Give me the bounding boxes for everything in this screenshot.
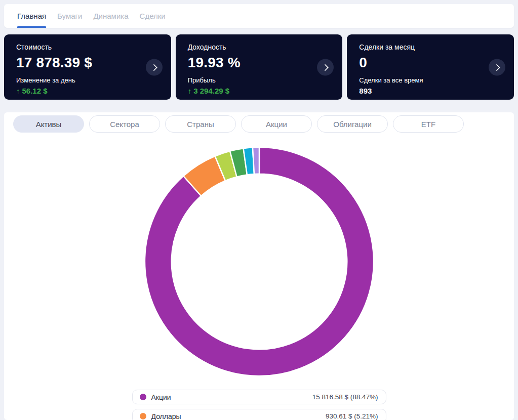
pill-etf[interactable]: ETF <box>393 115 464 133</box>
tab-label: Бумаги <box>57 12 82 20</box>
tab-label: Сделки <box>140 12 166 20</box>
top-navigation: Главная Бумаги Динамика Сделки <box>4 4 514 28</box>
legend-value: 930.61 $ (5.21%) <box>326 412 378 420</box>
card-deals: Сделки за месяц 0 Сделки за все время 89… <box>347 34 514 100</box>
card-value: Стоимость 17 878.39 $ Изменение за день … <box>4 34 171 100</box>
legend-label: Доллары <box>151 412 181 420</box>
legend-label: Акции <box>151 393 171 401</box>
legend-value: 15 816.58 $ (88.47%) <box>312 393 378 401</box>
arrow-up-icon: ↑ <box>188 87 192 95</box>
arrow-up-icon: ↑ <box>16 87 20 95</box>
tab-glavnaya[interactable]: Главная <box>17 4 46 28</box>
tab-label: Динамика <box>93 12 128 20</box>
tab-dinamika[interactable]: Динамика <box>93 4 128 28</box>
card-sub-value-text: 3 294.29 $ <box>193 87 229 95</box>
card-sub-value: 893 <box>359 87 503 95</box>
card-details-button[interactable] <box>489 59 505 75</box>
pill-obligacii[interactable]: Облигации <box>317 115 388 133</box>
tab-bumagi[interactable]: Бумаги <box>57 4 82 28</box>
allocation-panel: Активы Сектора Страны Акции Облигации ET… <box>4 112 514 420</box>
card-sub-value: ↑3 294.29 $ <box>188 87 332 95</box>
pill-sektora[interactable]: Сектора <box>89 115 160 133</box>
card-title: Стоимость <box>16 43 160 51</box>
card-main-value: 19.93 % <box>188 55 332 71</box>
card-sub-value: ↑56.12 $ <box>16 87 160 95</box>
card-details-button[interactable] <box>146 59 163 75</box>
donut-segment-Акции[interactable] <box>144 147 373 376</box>
metric-cards-row: Стоимость 17 878.39 $ Изменение за день … <box>4 34 514 100</box>
card-main-value: 0 <box>359 55 503 71</box>
card-sub-label: Сделки за все время <box>359 76 503 84</box>
chart-legend: Акции 15 816.58 $ (88.47%) Доллары 930.6… <box>4 390 514 420</box>
card-details-button[interactable] <box>317 59 334 75</box>
active-tab-underline <box>17 26 46 28</box>
card-sub-label: Изменение за день <box>16 76 160 84</box>
card-title: Доходность <box>188 43 332 51</box>
donut-chart <box>143 146 375 377</box>
legend-row-dollary[interactable]: Доллары 930.61 $ (5.21%) <box>132 409 386 420</box>
portfolio-dashboard: { "nav": { "tabs": [ { "label": "Главная… <box>0 0 518 420</box>
card-sub-value-text: 56.12 $ <box>22 87 48 95</box>
card-sub-label: Прибыль <box>188 76 332 84</box>
donut-chart-container <box>4 146 514 377</box>
card-sub-value-text: 893 <box>359 87 372 95</box>
pill-strany[interactable]: Страны <box>165 115 236 133</box>
legend-dot <box>140 413 146 419</box>
card-main-value: 17 878.39 $ <box>16 55 160 71</box>
pill-akcii[interactable]: Акции <box>241 115 312 133</box>
tab-sdelki[interactable]: Сделки <box>140 4 166 28</box>
card-title: Сделки за месяц <box>359 43 503 51</box>
filter-pills: Активы Сектора Страны Акции Облигации ET… <box>4 112 514 133</box>
tab-label: Главная <box>17 12 46 20</box>
legend-dot <box>140 394 146 400</box>
legend-row-akcii[interactable]: Акции 15 816.58 $ (88.47%) <box>132 390 386 404</box>
card-yield: Доходность 19.93 % Прибыль ↑3 294.29 $ <box>176 34 343 100</box>
pill-aktivy[interactable]: Активы <box>13 115 84 133</box>
donut-segment-#aa8de5[interactable] <box>252 147 259 174</box>
